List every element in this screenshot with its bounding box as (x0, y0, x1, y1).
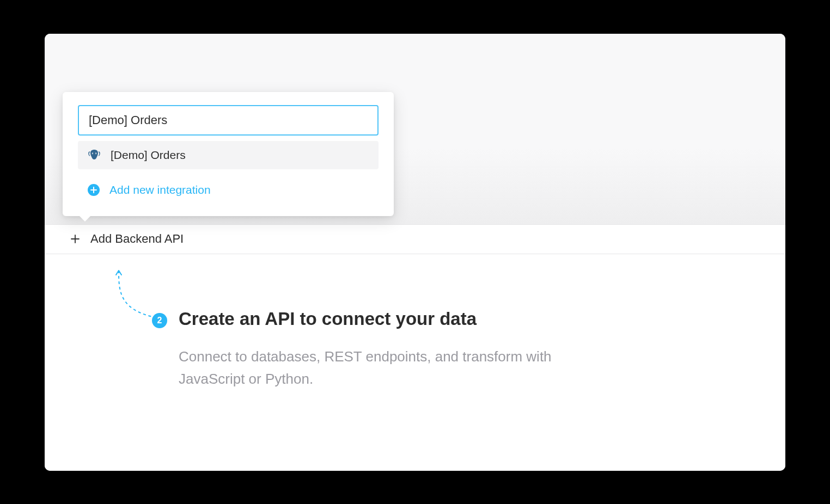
search-result-label: [Demo] Orders (111, 149, 186, 162)
svg-point-2 (93, 153, 93, 153)
plus-circle-icon (88, 184, 100, 196)
add-backend-api-row[interactable]: Add Backend API (45, 224, 785, 254)
app-window: [Demo] Orders Add new integration Add Ba… (45, 34, 785, 471)
integration-search-result[interactable]: [Demo] Orders (78, 141, 379, 169)
add-integration-label: Add new integration (109, 183, 211, 196)
add-new-integration-button[interactable]: Add new integration (78, 176, 379, 204)
postgres-icon (88, 149, 101, 162)
step-number-badge: 2 (152, 313, 167, 328)
integration-search-input[interactable] (78, 105, 379, 136)
add-backend-api-label: Add Backend API (90, 232, 184, 246)
step-description: Connect to databases, REST endpoints, an… (179, 346, 571, 391)
step-number: 2 (157, 316, 162, 325)
plus-icon (70, 233, 81, 244)
step-title: Create an API to connect your data (179, 309, 477, 329)
svg-point-3 (95, 153, 96, 153)
integration-dropdown-popover: [Demo] Orders Add new integration (63, 92, 394, 216)
